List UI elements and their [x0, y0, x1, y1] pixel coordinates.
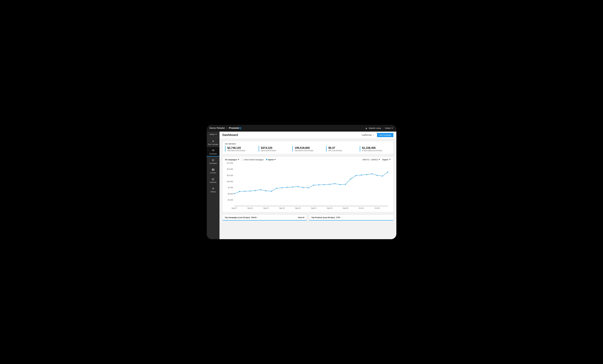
user-area: Stephen Leung | Vendor — [365, 127, 393, 129]
view-all-link[interactable]: View All — [298, 216, 304, 218]
svg-text:$7,500: $7,500 — [228, 187, 233, 189]
svg-point-54 — [382, 176, 383, 177]
svg-point-46 — [339, 184, 340, 185]
svg-point-3 — [212, 160, 212, 160]
sidebar-item-label: Dashboard — [209, 153, 217, 155]
metric-label: Spend (Last 30 days) — [261, 150, 288, 151]
sidebar-item-reporting[interactable]: Reporting — [207, 175, 220, 185]
svg-point-50 — [361, 174, 362, 175]
top-products-metric-select[interactable]: CTR — [336, 216, 342, 218]
retailer-name: Demo Retailer — [209, 127, 225, 130]
sidebar-item-label: Campaigns — [209, 162, 217, 164]
svg-point-39 — [302, 187, 303, 188]
role-picker[interactable]: Vendor — [385, 127, 393, 129]
svg-point-53 — [377, 175, 378, 176]
metric-2: 199,518,800Impressions (Last 30 days) — [292, 146, 323, 152]
sidebar-item-label: New Campaign — [208, 144, 218, 145]
metric-value: $1,108,456 — [362, 146, 389, 149]
svg-text:Sep 16: Sep 16 — [279, 207, 285, 209]
svg-point-42 — [318, 184, 319, 185]
metric-value: $0.47 — [328, 146, 355, 149]
metric-3: $0.47CPC (Last 30 days) — [326, 146, 357, 152]
svg-point-34 — [276, 188, 277, 189]
svg-point-26 — [234, 193, 235, 194]
sidebar-item-dashboard[interactable]: Dashboard — [207, 147, 220, 157]
svg-point-45 — [334, 183, 335, 184]
chart-metric-select[interactable]: Spend — [266, 159, 276, 161]
svg-point-48 — [350, 178, 351, 179]
show-ended-toggle[interactable]: Show Ended Campaigns — [242, 159, 264, 161]
svg-point-40 — [308, 187, 309, 188]
gauge-icon — [212, 149, 215, 152]
gear-icon — [212, 187, 215, 190]
user-name[interactable]: Stephen Leung — [369, 127, 381, 129]
sidebar-vendor-picker[interactable]: Vendor — [207, 132, 220, 137]
metric-value: $374,120 — [261, 146, 288, 149]
svg-point-2 — [212, 159, 212, 159]
top-campaigns-card: Top Campaigns (Last 30 days) ROAS View A… — [222, 215, 307, 220]
top-campaigns-metric-select[interactable]: ROAS — [251, 216, 258, 218]
sidebar-item-campaigns[interactable]: Campaigns — [207, 157, 220, 166]
campaign-filter[interactable]: All campaigns — [225, 159, 239, 161]
chevron-down-icon — [379, 159, 380, 160]
sidebar: Vendor New CampaignDashboardCampaignsCre… — [207, 132, 220, 239]
svg-text:$10,000: $10,000 — [227, 181, 233, 182]
top-products-title: Top Products (Last 30 days) — [312, 216, 335, 218]
svg-text:Sep 13: Sep 13 — [263, 207, 269, 209]
svg-point-51 — [366, 174, 367, 175]
svg-point-55 — [387, 172, 388, 173]
sidebar-item-creatives[interactable]: Creatives — [207, 166, 220, 175]
chart-card: All campaigns Show Ended Campaigns Spend — [222, 157, 393, 212]
svg-point-44 — [329, 184, 330, 185]
bottom-row: Top Campaigns (Last 30 days) ROAS View A… — [222, 215, 393, 220]
series-dot-icon — [266, 159, 267, 160]
user-icon — [365, 127, 367, 129]
svg-text:Sep 19: Sep 19 — [295, 207, 301, 209]
svg-text:Oct 01: Oct 01 — [359, 207, 364, 209]
export-button[interactable]: Export — [383, 159, 391, 161]
new-campaign-button[interactable]: New Campaign — [377, 133, 393, 137]
sidebar-item-settings[interactable]: Settings — [207, 185, 220, 194]
svg-text:Oct 04: Oct 04 — [375, 207, 380, 209]
image-icon — [212, 168, 215, 171]
svg-point-47 — [345, 184, 346, 185]
svg-text:Sep 25: Sep 25 — [327, 207, 332, 209]
top-campaigns-title: Top Campaigns (Last 30 days) — [225, 216, 250, 218]
svg-point-1 — [213, 150, 213, 151]
sidebar-item-label: Settings — [210, 191, 216, 193]
brand-select[interactable]: Leatherman — [362, 134, 374, 136]
key-metrics-title: KEY METRICS — [225, 143, 391, 145]
product-name: PromoteIQ — [229, 127, 241, 130]
sidebar-item-label: Creatives — [210, 172, 216, 173]
metric-label: CPC (Last 30 days) — [328, 150, 355, 151]
main-content: Dashboard Leatherman New Campaign KEY ME… — [220, 132, 396, 239]
brand-separator: | — [227, 127, 227, 130]
svg-point-49 — [356, 175, 356, 176]
share-icon — [389, 159, 391, 160]
checkbox-icon — [242, 159, 244, 160]
chart-controls: All campaigns Show Ended Campaigns Spend — [225, 159, 391, 161]
list-icon — [212, 159, 215, 162]
chevron-down-icon — [373, 134, 374, 136]
svg-text:$2,500: $2,500 — [228, 199, 233, 201]
chevron-down-icon — [274, 159, 276, 160]
brand: Demo Retailer | PromoteIQ — [209, 127, 242, 130]
sidebar-item-new-campaign[interactable]: New Campaign — [207, 137, 220, 147]
svg-point-27 — [239, 191, 240, 192]
metric-value: 199,518,800 — [295, 146, 322, 149]
chevron-down-icon — [257, 217, 258, 218]
spend-chart: $2,500$5,000$7,500$10,000$12,500$15,000$… — [225, 161, 391, 211]
metric-4: $1,108,456In Store Sales (Last 30 days) — [360, 146, 391, 152]
metric-label: In Store Sales (Last 30 days) — [362, 150, 389, 151]
svg-point-41 — [313, 185, 314, 186]
svg-text:Sep 07: Sep 07 — [232, 207, 237, 209]
svg-text:Sep 22: Sep 22 — [311, 207, 316, 209]
metric-0: $2,748,120Total Sales (Last 30 days) — [225, 146, 256, 152]
svg-point-7 — [213, 188, 213, 189]
chevron-down-icon — [392, 128, 393, 129]
svg-text:$12,500: $12,500 — [227, 174, 233, 176]
svg-point-37 — [292, 187, 293, 187]
svg-point-32 — [266, 190, 266, 191]
date-range-picker[interactable]: 09/07/21 - 10/06/21 — [363, 159, 380, 161]
plus-icon — [212, 140, 215, 143]
